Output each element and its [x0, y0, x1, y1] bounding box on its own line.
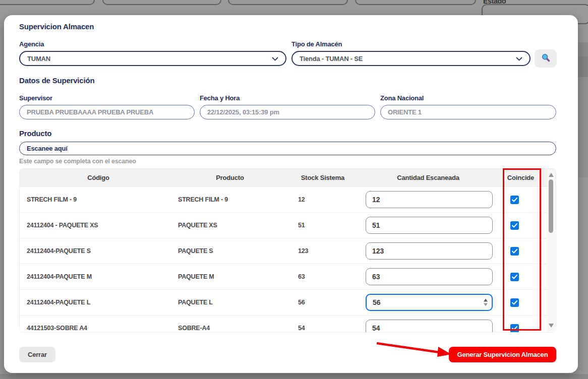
tipo-almacen-value: Tienda - TUMAN - SE: [300, 55, 363, 62]
coincide-checkbox[interactable]: [510, 273, 519, 281]
coincide-cell: [494, 247, 548, 256]
agencia-select[interactable]: TUMAN: [19, 51, 286, 66]
producto-cell: STRECH FILM - 9: [177, 196, 283, 203]
stock-sistema-cell: 123: [283, 247, 363, 255]
cantidad-cell: [363, 242, 494, 260]
column-header-3: Stock Sistema: [283, 174, 363, 181]
supervisor-label: Supervisor: [19, 94, 52, 102]
table-row: 24112404 - PAQUETE XSPAQUETE XS51: [20, 212, 556, 238]
column-header-1: Código: [20, 174, 177, 181]
supervision-modal: Supervicion Almacen Agencia TUMAN Tipo d…: [4, 15, 578, 373]
agencia-label: Agencia: [19, 40, 44, 48]
producto-cell: PAQUETE XS: [177, 222, 283, 229]
scroll-up-icon[interactable]: [549, 173, 554, 177]
codigo-cell: 24112404-PAQUETE M: [20, 273, 177, 280]
coincide-checkbox[interactable]: [510, 247, 519, 256]
chevron-down-icon: [272, 54, 278, 63]
screen: Estado Supervicion Almacen Agencia TUMAN…: [0, 0, 588, 379]
zona-nacional-label: Zona Nacional: [380, 94, 424, 102]
stock-sistema-cell: 51: [283, 222, 363, 229]
coincide-cell: [494, 273, 548, 281]
cantidad-cell: [363, 294, 494, 311]
producto-heading: Producto: [19, 129, 51, 138]
fecha-hora-label: Fecha y Hora: [200, 94, 240, 102]
stepper-up-icon[interactable]: [484, 299, 488, 302]
cantidad-escaneada-input[interactable]: [366, 294, 493, 311]
cantidad-cell: [363, 217, 494, 234]
table-scrollbar[interactable]: [547, 169, 555, 332]
codigo-cell: 24112404-PAQUETE L: [20, 299, 177, 306]
chevron-down-icon: [516, 54, 522, 63]
stock-sistema-cell: 63: [283, 273, 363, 280]
column-header-5: Coincide: [494, 174, 548, 181]
tipo-almacen-label: Tipo de Almacén: [291, 40, 342, 48]
search-button[interactable]: [535, 49, 557, 68]
scrollbar-thumb[interactable]: [549, 179, 553, 233]
cantidad-escaneada-input[interactable]: [366, 268, 493, 285]
column-header-2: Producto: [177, 174, 283, 181]
coincide-cell: [494, 324, 548, 333]
background-band: [578, 42, 588, 56]
coincide-cell: [494, 196, 548, 204]
producto-cell: SOBRE-A4: [177, 325, 283, 332]
coincide-cell: [494, 298, 548, 307]
stock-sistema-cell: 12: [283, 196, 363, 203]
background-band: [0, 374, 588, 379]
fecha-hora-field[interactable]: 22/12/2025, 03:15:39 pm: [200, 105, 375, 119]
cantidad-escaneada-input[interactable]: [366, 191, 493, 208]
generate-supervision-button[interactable]: Generar Supervicion Almacen: [449, 347, 556, 362]
annotation-arrow: [375, 340, 455, 361]
zona-nacional-value: ORIENTE 1: [388, 108, 422, 116]
scan-input[interactable]: [19, 142, 556, 155]
coincide-checkbox[interactable]: [510, 324, 519, 333]
search-icon: [540, 52, 551, 65]
coincide-checkbox[interactable]: [510, 221, 519, 230]
coincide-checkbox[interactable]: [510, 196, 519, 204]
supervisor-field[interactable]: PRUEBA PRUEBAAAA PRUEBA PRUEBA: [19, 105, 195, 119]
fecha-hora-value: 22/12/2025, 03:15:39 pm: [207, 108, 279, 116]
products-table: CódigoProductoStock SistemaCantidad Esca…: [19, 168, 556, 333]
codigo-cell: 24112404-PAQUETE S: [20, 247, 177, 255]
background-field: [0, 0, 95, 5]
producto-cell: PAQUETE L: [177, 299, 283, 306]
table-row: 24112404-PAQUETE MPAQUETE M63: [20, 264, 556, 289]
producto-cell: PAQUETE S: [177, 247, 283, 255]
table-row: 24112404-PAQUETE LPAQUETE L56: [20, 289, 556, 315]
background-field: [102, 0, 221, 5]
tipo-almacen-select[interactable]: Tienda - TUMAN - SE: [291, 51, 531, 66]
agencia-value: TUMAN: [27, 55, 50, 62]
column-header-4: Cantidad Escaneada: [363, 174, 494, 181]
producto-cell: PAQUETE M: [177, 273, 283, 280]
table-body: STRECH FILM - 9STRECH FILM - 91224112404…: [20, 186, 556, 333]
table-header: CódigoProductoStock SistemaCantidad Esca…: [20, 169, 556, 186]
number-stepper[interactable]: [484, 299, 488, 306]
background-band: [578, 56, 588, 77]
supervisor-value: PRUEBA PRUEBAAAA PRUEBA PRUEBA: [27, 108, 153, 116]
table-row: 24112404-PAQUETE SPAQUETE S123: [20, 238, 556, 264]
codigo-cell: 44121503-SOBRE A4: [20, 325, 177, 332]
cantidad-cell: [363, 191, 494, 208]
cantidad-cell: [363, 320, 494, 333]
zona-nacional-field[interactable]: ORIENTE 1: [380, 105, 556, 119]
coincide-cell: [494, 221, 548, 230]
stock-sistema-cell: 54: [283, 325, 363, 332]
modal-title: Supervicion Almacen: [19, 22, 94, 31]
background-field: [355, 0, 476, 5]
codigo-cell: 24112404 - PAQUETE XS: [20, 222, 177, 229]
table-row: 44121503-SOBRE A4SOBRE-A454: [20, 315, 556, 333]
close-button[interactable]: Cerrar: [19, 347, 55, 362]
background-field: [228, 0, 348, 5]
cantidad-cell: [363, 268, 494, 285]
datos-heading: Datos de Supervición: [19, 76, 94, 85]
cantidad-escaneada-input[interactable]: [366, 242, 493, 260]
cantidad-escaneada-input[interactable]: [366, 217, 493, 234]
scroll-down-icon[interactable]: [549, 324, 554, 328]
stepper-down-icon[interactable]: [484, 303, 488, 306]
cantidad-escaneada-input[interactable]: [366, 320, 493, 333]
stock-sistema-cell: 56: [283, 299, 363, 306]
scan-helper-text: Este campo se completa con el escaneo: [19, 158, 136, 165]
background-band: [578, 77, 588, 177]
table-row: STRECH FILM - 9STRECH FILM - 912: [20, 186, 556, 212]
coincide-checkbox[interactable]: [510, 298, 519, 307]
codigo-cell: STRECH FILM - 9: [20, 196, 177, 203]
